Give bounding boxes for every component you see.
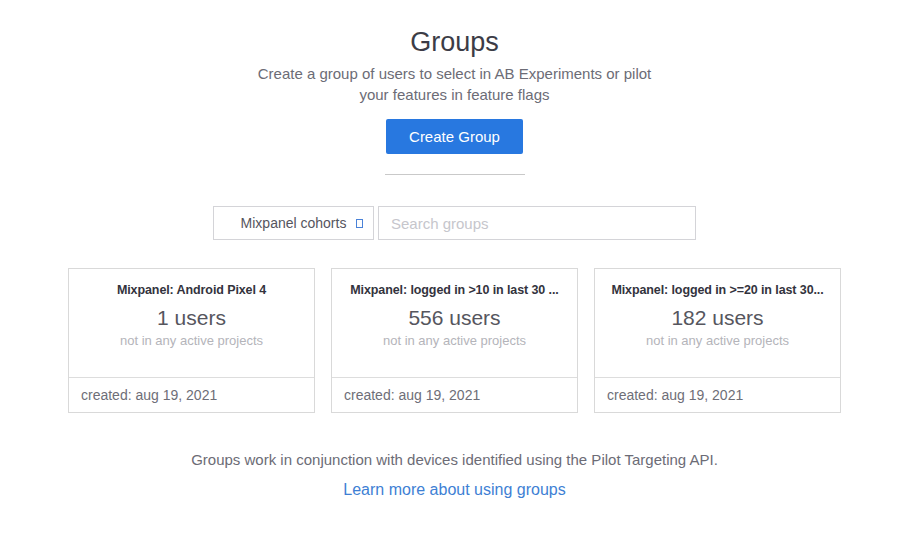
group-card[interactable]: Mixpanel: logged in >=20 in last 30... 1… <box>594 268 841 413</box>
page-subtitle: Create a group of users to select in AB … <box>255 63 655 105</box>
group-users-count: 182 users <box>601 306 834 330</box>
group-created-date: created: aug 19, 2021 <box>332 377 577 412</box>
group-project-status: not in any active projects <box>75 333 308 348</box>
section-divider <box>385 174 525 175</box>
group-name: Mixpanel: Android Pixel 4 <box>75 283 308 297</box>
group-name: Mixpanel: logged in >=20 in last 30... <box>601 283 834 297</box>
group-card[interactable]: Mixpanel: Android Pixel 4 1 users not in… <box>68 268 315 413</box>
filters-row: Mixpanel cohorts <box>0 206 909 240</box>
groups-page: Groups Create a group of users to select… <box>0 0 909 558</box>
group-users-count: 1 users <box>75 306 308 330</box>
group-project-status: not in any active projects <box>338 333 571 348</box>
group-created-date: created: aug 19, 2021 <box>69 377 314 412</box>
create-group-button[interactable]: Create Group <box>386 119 523 154</box>
search-input[interactable] <box>378 206 696 240</box>
group-project-status: not in any active projects <box>601 333 834 348</box>
group-card-body: Mixpanel: logged in >10 in last 30 ... 5… <box>332 269 577 377</box>
dropdown-indicator-icon <box>356 219 363 228</box>
group-card-body: Mixpanel: logged in >=20 in last 30... 1… <box>595 269 840 377</box>
group-name: Mixpanel: logged in >10 in last 30 ... <box>338 283 571 297</box>
group-cards-row: Mixpanel: Android Pixel 4 1 users not in… <box>0 268 909 413</box>
group-card[interactable]: Mixpanel: logged in >10 in last 30 ... 5… <box>331 268 578 413</box>
cohort-source-dropdown[interactable]: Mixpanel cohorts <box>213 206 374 240</box>
group-users-count: 556 users <box>338 306 571 330</box>
group-created-date: created: aug 19, 2021 <box>595 377 840 412</box>
learn-more-link[interactable]: Learn more about using groups <box>343 481 565 499</box>
group-card-body: Mixpanel: Android Pixel 4 1 users not in… <box>69 269 314 377</box>
cohort-source-dropdown-label: Mixpanel cohorts <box>241 215 347 231</box>
page-title: Groups <box>0 0 909 58</box>
footer-note: Groups work in conjunction with devices … <box>0 451 909 468</box>
